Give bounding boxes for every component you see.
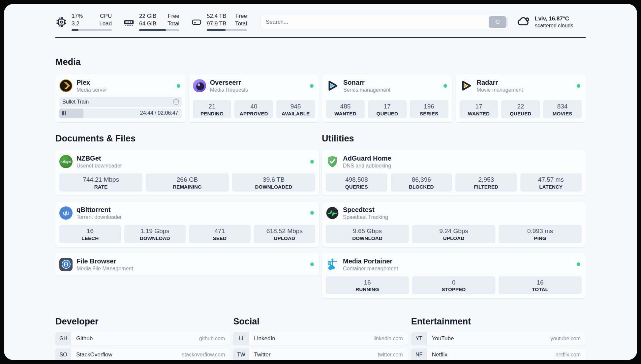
stat-value: 945 — [278, 103, 314, 110]
system-metrics: 17% 3.2 CPU Load — [55, 13, 247, 31]
status-dot — [310, 211, 314, 215]
session-view-icon[interactable] — [173, 99, 179, 105]
cpu-load-label: Load — [99, 20, 112, 27]
service-name[interactable]: File Browser — [76, 257, 306, 265]
service-name[interactable]: Media Portainer — [343, 257, 573, 265]
stat-value: 485 — [327, 103, 363, 110]
pause-icon[interactable] — [62, 111, 66, 115]
bookmark-linkedin[interactable]: LI LinkedIn linkedin.com — [233, 332, 408, 345]
stat-pill: 21 PENDING — [193, 100, 231, 118]
stat-label: SEED — [190, 235, 249, 241]
service-name[interactable]: Overseerr — [210, 78, 306, 86]
bookmark-netflix[interactable]: NF Netflix netflix.com — [411, 349, 586, 360]
search-provider-button[interactable]: G — [489, 16, 506, 28]
search-input[interactable] — [260, 15, 508, 29]
bookmark-twitter[interactable]: TW Twitter twitter.com — [233, 349, 408, 360]
stat-pill: 9.65 Gbps DOWNLOAD — [326, 225, 409, 243]
now-playing-title: Bullet Train — [62, 99, 89, 105]
stat-pill: 47.57 ms LATENCY — [520, 173, 582, 192]
stat-value: 834 — [544, 103, 580, 110]
plex-icon[interactable] — [59, 79, 73, 92]
stat-label: UPLOAD — [255, 235, 314, 241]
stat-pill: 0.993 ms PING — [499, 225, 582, 243]
stat-label: REMAINING — [147, 184, 228, 190]
stat-label: PENDING — [194, 111, 230, 116]
service-name[interactable]: Plex — [76, 78, 173, 86]
bookmark-group-developer: Developer GH Github github.com SO StackO… — [55, 317, 230, 360]
stat-pill: 16 LEECH — [59, 225, 121, 243]
cpu-widget: 17% 3.2 CPU Load — [55, 13, 112, 31]
weather-widget: Lviv, 16.87°C scattered clouds — [516, 14, 586, 30]
overseerr-icon[interactable] — [193, 79, 206, 92]
bookmark-youtube[interactable]: YT YouTube youtube.com — [411, 332, 586, 345]
radarr-icon[interactable] — [460, 79, 473, 92]
playback-time: 24:44 / 02:06:47 — [140, 110, 178, 116]
service-name[interactable]: AdGuard Home — [343, 154, 582, 162]
nzbget-icon[interactable]: nzbget — [59, 155, 73, 168]
portainer-icon[interactable] — [326, 258, 339, 271]
service-description: Movie management — [477, 87, 573, 93]
service-description: Media Requests — [210, 87, 306, 93]
stat-value: 16 — [500, 279, 580, 287]
section-title-entertainment: Entertainment — [411, 317, 586, 327]
service-card-speedtest: Speedtest Speedtest Tracking 9.65 Gbps D… — [322, 202, 586, 247]
memory-total-label: Total — [168, 20, 179, 27]
bookmark-abbr: TW — [233, 349, 249, 360]
stat-value: 17 — [369, 103, 405, 110]
stat-value: 498,508 — [327, 176, 386, 184]
stat-pill: 2,953 FILTERED — [455, 173, 517, 192]
stat-pill: 196 SERIES — [410, 100, 448, 118]
service-description: Media server — [76, 87, 173, 93]
adguard-icon[interactable] — [326, 155, 339, 168]
weather-condition: scattered clouds — [535, 23, 573, 29]
stat-value: 16 — [61, 227, 120, 235]
cloud-icon — [516, 14, 531, 30]
filebrowser-icon[interactable] — [59, 258, 73, 271]
stat-pill: 86,396 BLOCKED — [391, 173, 452, 192]
bookmark-abbr: NF — [411, 349, 427, 360]
bookmark-name: Netflix — [432, 351, 447, 358]
bookmark-url: netflix.com — [556, 352, 586, 358]
cpu-load-value: 3.2 — [72, 20, 83, 27]
bookmark-name: StackOverflow — [76, 351, 112, 358]
service-name[interactable]: Speedtest — [343, 206, 582, 214]
stat-pill: 40 APPROVED — [234, 100, 273, 118]
stat-pill: 9.24 Gbps UPLOAD — [412, 225, 495, 243]
weather-location-temp: Lviv, 16.87°C — [535, 15, 573, 22]
stat-pill: 22 QUEUED — [501, 100, 540, 118]
qbittorrent-icon[interactable]: qb — [59, 206, 73, 220]
bookmark-abbr: SO — [55, 349, 71, 360]
bookmark-github[interactable]: GH Github github.com — [55, 332, 230, 345]
stat-label: SERIES — [411, 111, 447, 116]
service-card-overseerr: Overseerr Media Requests 21 PENDING 40 A… — [189, 75, 319, 122]
memory-free-label: Free — [168, 13, 179, 20]
section-title-developer: Developer — [55, 317, 230, 327]
service-card-adguard: AdGuard Home DNS and adblocking 498,508 … — [322, 150, 586, 196]
stat-label: RATE — [61, 184, 141, 190]
service-description: DNS and adblocking — [343, 163, 582, 169]
service-card-plex: Plex Media server Bullet Train — [55, 75, 186, 122]
stat-label: PING — [500, 235, 580, 241]
stat-label: TOTAL — [500, 287, 580, 292]
cpu-progress-bar — [72, 29, 112, 31]
stat-pill: 16 RUNNING — [326, 276, 409, 294]
service-name[interactable]: Sonarr — [343, 78, 440, 86]
service-name[interactable]: qBittorrent — [76, 206, 306, 214]
bookmark-stackoverflow[interactable]: SO StackOverflow stackoverflow.com — [55, 349, 230, 360]
bookmark-url: youtube.com — [550, 336, 586, 342]
disk-free-value: 52.4 TB — [207, 13, 226, 20]
stat-pill: 17 QUEUED — [368, 100, 407, 118]
sonarr-icon[interactable] — [326, 79, 339, 92]
service-name[interactable]: Radarr — [477, 78, 573, 86]
stat-label: WANTED — [461, 111, 497, 116]
stat-pill: 834 MOVIES — [543, 100, 582, 118]
service-name[interactable]: NZBGet — [76, 154, 306, 162]
speedtest-icon[interactable] — [326, 206, 339, 220]
service-card-nzbget: nzbget NZBGet Usenet downloader 744.21 M… — [55, 150, 319, 196]
disk-total-value: 97.9 TB — [207, 20, 226, 27]
stat-label: AVAILABLE — [278, 111, 314, 116]
stat-value: 47.57 ms — [522, 176, 581, 184]
stat-label: QUEUED — [369, 111, 405, 116]
service-card-sonarr: Sonarr Series management 485 WANTED 17 Q… — [322, 75, 452, 122]
status-dot — [443, 84, 447, 88]
